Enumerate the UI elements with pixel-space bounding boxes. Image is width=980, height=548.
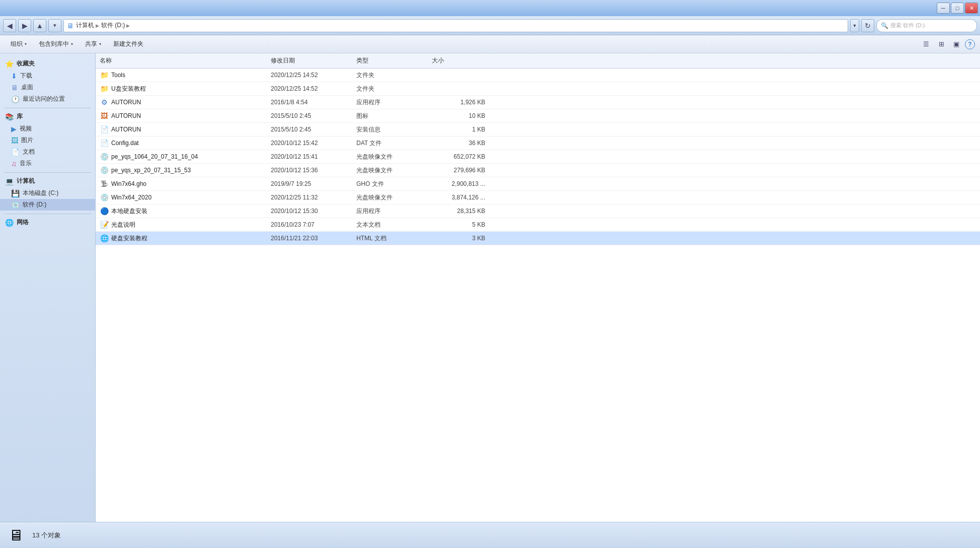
table-row[interactable]: 📄 AUTORUN 2015/5/10 2:45 安装信息 1 KB bbox=[96, 123, 980, 136]
file-date-cell: 2016/10/23 7:07 bbox=[267, 221, 352, 229]
search-placeholder: 搜索 软件 (D:) bbox=[890, 22, 925, 29]
sidebar-item-image[interactable]: 🖼 图片 bbox=[0, 134, 95, 146]
local-c-icon: 💾 bbox=[11, 189, 20, 197]
file-date-cell: 2019/9/7 19:25 bbox=[267, 180, 352, 188]
share-button[interactable]: 共享 ▾ bbox=[80, 37, 107, 51]
recent-icon: 🕐 bbox=[11, 95, 20, 103]
network-header[interactable]: 🌐 网络 bbox=[0, 216, 95, 229]
breadcrumb-drive[interactable]: 软件 (D:) ▶ bbox=[101, 21, 130, 30]
up-button[interactable]: ▲ bbox=[33, 19, 46, 32]
table-row[interactable]: 🔵 本地硬盘安装 2020/10/12 15:30 应用程序 28,315 KB bbox=[96, 204, 980, 218]
breadcrumb-computer-label: 计算机 bbox=[76, 21, 94, 30]
table-row[interactable]: 💿 pe_yqs_1064_20_07_31_16_04 2020/10/12 … bbox=[96, 150, 980, 164]
file-icon: 💿 bbox=[100, 152, 109, 161]
column-header-type[interactable]: 类型 bbox=[352, 55, 428, 66]
file-name-cell: 💿 pe_yqs_1064_20_07_31_16_04 bbox=[96, 152, 267, 162]
organize-label: 组织 bbox=[11, 40, 23, 48]
column-header-name[interactable]: 名称 bbox=[96, 55, 267, 66]
column-header-date[interactable]: 修改日期 bbox=[267, 55, 352, 66]
toolbar-right: ☰ ⊞ ▣ ? bbox=[920, 38, 975, 51]
file-size-cell: 28,315 KB bbox=[428, 207, 493, 215]
sidebar-item-download[interactable]: ⬇ 下载 bbox=[0, 70, 95, 82]
file-name-cell: 📝 光盘说明 bbox=[96, 220, 267, 230]
new-folder-button[interactable]: 新建文件夹 bbox=[108, 37, 149, 51]
file-icon: 🔵 bbox=[100, 207, 109, 216]
empty-area[interactable] bbox=[96, 295, 980, 522]
sidebar-item-doc[interactable]: 📄 文档 bbox=[0, 146, 95, 158]
sidebar-item-music[interactable]: ♫ 音乐 bbox=[0, 158, 95, 169]
refresh-button[interactable]: ↻ bbox=[861, 19, 874, 32]
table-row[interactable]: 📁 Tools 2020/12/25 14:52 文件夹 bbox=[96, 68, 980, 82]
include-library-button[interactable]: 包含到库中 ▾ bbox=[33, 37, 79, 51]
software-d-label: 软件 (D:) bbox=[23, 200, 46, 209]
network-label: 网络 bbox=[17, 218, 29, 227]
network-icon: 🌐 bbox=[5, 219, 14, 227]
file-size-cell: 2,900,813 ... bbox=[428, 180, 493, 188]
breadcrumb-computer[interactable]: 计算机 ▶ bbox=[76, 21, 99, 30]
include-library-label: 包含到库中 bbox=[39, 40, 69, 48]
doc-icon: 📄 bbox=[11, 148, 20, 156]
file-type-cell: 文本文档 bbox=[352, 220, 428, 230]
status-text: 13 个对象 bbox=[32, 531, 61, 540]
help-button[interactable]: ? bbox=[965, 39, 975, 49]
breadcrumb-arrow-2: ▶ bbox=[126, 23, 130, 28]
file-date-cell: 2016/1/8 4:54 bbox=[267, 98, 352, 106]
view-toggle-button[interactable]: ☰ bbox=[920, 38, 933, 51]
file-date-cell: 2020/12/25 14:52 bbox=[267, 71, 352, 79]
sidebar-item-video[interactable]: ▶ 视频 bbox=[0, 123, 95, 134]
table-row[interactable]: 📝 光盘说明 2016/10/23 7:07 文本文档 5 KB bbox=[96, 218, 980, 232]
file-name: Win7x64_2020 bbox=[111, 194, 152, 201]
library-section: 📚 库 ▶ 视频 🖼 图片 📄 文档 ♫ 音乐 bbox=[0, 110, 95, 169]
table-row[interactable]: 💿 Win7x64_2020 2020/12/25 11:32 光盘映像文件 3… bbox=[96, 191, 980, 204]
file-icon: ⚙ bbox=[100, 98, 109, 107]
sidebar-item-local-c[interactable]: 💾 本地磁盘 (C:) bbox=[0, 187, 95, 199]
back-button[interactable]: ◀ bbox=[3, 19, 16, 32]
table-row[interactable]: 🗜 Win7x64.gho 2019/9/7 19:25 GHO 文件 2,90… bbox=[96, 177, 980, 191]
maximize-button[interactable]: □ bbox=[951, 3, 964, 14]
address-dropdown-button[interactable]: ▼ bbox=[850, 19, 859, 32]
library-header[interactable]: 📚 库 bbox=[0, 110, 95, 123]
close-button[interactable]: ✕ bbox=[965, 3, 978, 14]
sidebar-item-recent[interactable]: 🕐 最近访问的位置 bbox=[0, 93, 95, 105]
computer-label: 计算机 bbox=[17, 177, 35, 185]
divider-3 bbox=[4, 214, 91, 214]
file-type-cell: 应用程序 bbox=[352, 98, 428, 107]
file-date-cell: 2020/10/12 15:30 bbox=[267, 207, 352, 215]
organize-button[interactable]: 组织 ▾ bbox=[5, 37, 32, 51]
computer-header[interactable]: 💻 计算机 bbox=[0, 175, 95, 187]
sidebar-item-software-d[interactable]: 💿 软件 (D:) bbox=[0, 199, 95, 211]
search-box[interactable]: 🔍 搜索 软件 (D:) bbox=[876, 19, 977, 32]
favorites-header[interactable]: ⭐ 收藏夹 bbox=[0, 57, 95, 70]
doc-label: 文档 bbox=[23, 148, 35, 156]
view-large-icon-button[interactable]: ⊞ bbox=[935, 38, 948, 51]
toolbar: 组织 ▾ 包含到库中 ▾ 共享 ▾ 新建文件夹 ☰ ⊞ ▣ ? bbox=[0, 35, 980, 53]
minimize-button[interactable]: ─ bbox=[937, 3, 950, 14]
file-name-cell: 📄 Config.dat bbox=[96, 138, 267, 148]
file-name: 硬盘安装教程 bbox=[111, 234, 147, 243]
table-row[interactable]: 📄 Config.dat 2020/10/12 15:42 DAT 文件 36 … bbox=[96, 136, 980, 150]
image-icon: 🖼 bbox=[11, 136, 18, 145]
file-name: AUTORUN bbox=[111, 126, 141, 133]
file-date-cell: 2016/11/21 22:03 bbox=[267, 234, 352, 242]
file-name: U盘安装教程 bbox=[111, 85, 146, 93]
table-row[interactable]: 🌐 硬盘安装教程 2016/11/21 22:03 HTML 文档 3 KB bbox=[96, 232, 980, 245]
file-type-cell: HTML 文档 bbox=[352, 234, 428, 243]
file-type-cell: 光盘映像文件 bbox=[352, 152, 428, 162]
preview-pane-button[interactable]: ▣ bbox=[950, 38, 963, 51]
file-date-cell: 2015/5/10 2:45 bbox=[267, 112, 352, 120]
file-name: 本地硬盘安装 bbox=[111, 207, 147, 216]
recent-locations-button[interactable]: ▾ bbox=[48, 19, 61, 32]
file-list-header: 名称 修改日期 类型 大小 bbox=[96, 53, 980, 68]
music-label: 音乐 bbox=[20, 159, 32, 168]
table-row[interactable]: ⚙ AUTORUN 2016/1/8 4:54 应用程序 1,926 KB bbox=[96, 96, 980, 109]
table-row[interactable]: 🖼 AUTORUN 2015/5/10 2:45 图标 10 KB bbox=[96, 109, 980, 123]
column-type-label: 类型 bbox=[356, 56, 368, 65]
column-header-size[interactable]: 大小 bbox=[428, 55, 493, 66]
forward-button[interactable]: ▶ bbox=[18, 19, 31, 32]
file-name: pe_yqs_1064_20_07_31_16_04 bbox=[111, 153, 198, 160]
table-row[interactable]: 💿 pe_yqs_xp_20_07_31_15_53 2020/10/12 15… bbox=[96, 164, 980, 177]
title-bar: ─ □ ✕ bbox=[0, 0, 980, 16]
file-icon: 🖼 bbox=[100, 111, 109, 120]
sidebar-item-desktop[interactable]: 🖥 桌面 bbox=[0, 82, 95, 93]
table-row[interactable]: 📁 U盘安装教程 2020/12/25 14:52 文件夹 bbox=[96, 82, 980, 96]
